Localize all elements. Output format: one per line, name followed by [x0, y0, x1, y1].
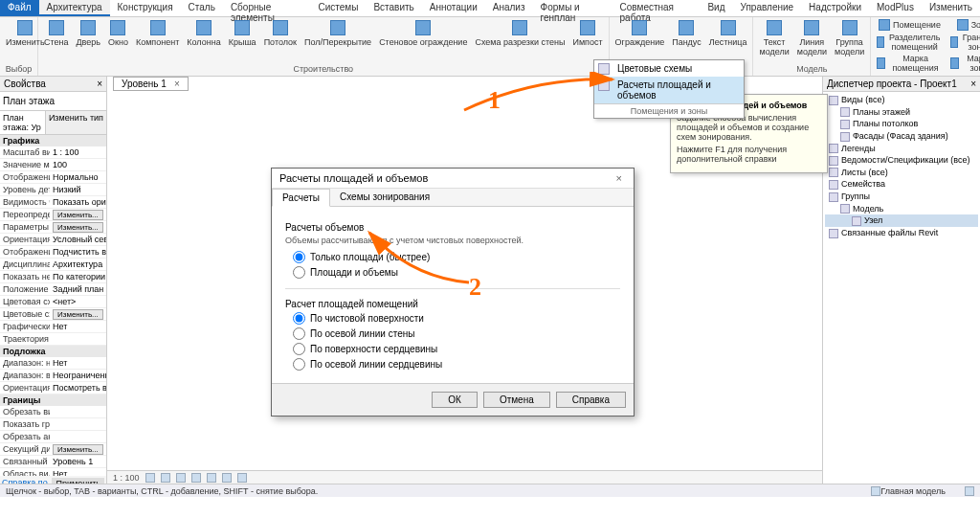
- tab-steel[interactable]: Сталь: [181, 0, 223, 16]
- tree-item[interactable]: Легенды: [825, 143, 978, 155]
- tree-item[interactable]: Виды (все): [825, 94, 978, 106]
- prop-row[interactable]: Секущий диа...Изменить...: [0, 443, 106, 456]
- prop-value[interactable]: Нет: [50, 357, 106, 369]
- tree-item[interactable]: Модель: [825, 203, 978, 215]
- properties-help-link[interactable]: Справка по свойствам: [2, 478, 52, 484]
- prop-row[interactable]: Параметры о...Изменить...: [0, 221, 106, 234]
- close-view-icon[interactable]: ×: [174, 79, 180, 89]
- detail-level-icon[interactable]: [145, 473, 155, 483]
- apply-button[interactable]: Применить: [52, 478, 104, 484]
- tab-modplus[interactable]: ModPlus: [869, 0, 922, 16]
- prop-value[interactable]: 100: [50, 159, 106, 170]
- prop-row[interactable]: Цветовые схе...Изменить...: [0, 308, 106, 321]
- build-btn-0[interactable]: Стена: [40, 18, 73, 49]
- prop-value[interactable]: Уровень 1: [50, 456, 106, 467]
- prop-row[interactable]: Область види...Нет: [0, 468, 106, 476]
- tree-item[interactable]: Фасады (Фасад здания): [825, 130, 978, 143]
- prop-row[interactable]: Обрезать вид: [0, 406, 106, 418]
- prop-value[interactable]: Нет: [50, 321, 106, 332]
- tab-modify[interactable]: Изменить: [922, 0, 980, 16]
- prop-value[interactable]: Нет: [50, 468, 106, 476]
- prop-row[interactable]: ОриентацияУсловный север: [0, 234, 106, 246]
- room-btn-l-2[interactable]: Марка помещения: [873, 53, 946, 74]
- dd-color-schemes[interactable]: Цветовые схемы: [594, 60, 744, 77]
- prop-row[interactable]: ДисциплинаАрхитектура: [0, 259, 106, 271]
- prop-value[interactable]: Неограниченн...: [50, 370, 106, 381]
- build-btn-2[interactable]: Окно: [104, 18, 132, 49]
- build-btn-1[interactable]: Дверь: [73, 18, 104, 49]
- radio-core-face[interactable]: По поверхности сердцевины: [293, 343, 620, 355]
- room-btn-l-0[interactable]: Помещение: [873, 18, 946, 32]
- workset-icon[interactable]: [871, 486, 880, 496]
- file-tab[interactable]: Файл: [0, 0, 39, 16]
- prop-row[interactable]: Траектория с...: [0, 333, 106, 346]
- circ-btn-0[interactable]: Ограждение: [612, 18, 669, 49]
- tree-item[interactable]: Группы: [825, 191, 978, 203]
- prop-value[interactable]: Условный север: [50, 234, 106, 245]
- close-icon[interactable]: ×: [970, 79, 976, 89]
- prop-value[interactable]: 1 : 100: [50, 146, 106, 158]
- prop-value[interactable]: Изменить...: [50, 221, 106, 233]
- prop-row[interactable]: Ориентация ...Посмотреть в...: [0, 382, 106, 394]
- build-btn-10[interactable]: Импост: [568, 18, 606, 49]
- tab-structure[interactable]: Конструкция: [110, 0, 181, 16]
- tree-item[interactable]: Связанные файлы Revit: [825, 227, 978, 239]
- tree-item[interactable]: Планы потолков: [825, 118, 978, 130]
- prop-value[interactable]: <нет>: [50, 296, 106, 307]
- prop-value[interactable]: Показать ориг…: [50, 196, 106, 208]
- prop-row[interactable]: Диапазон: ве...Неограниченн...: [0, 370, 106, 382]
- prop-row[interactable]: Показать нев...По категории: [0, 271, 106, 283]
- build-btn-8[interactable]: Стеновое ограждение: [375, 18, 471, 49]
- prop-value[interactable]: Нормально: [50, 171, 106, 183]
- prop-value[interactable]: Изменить...: [50, 209, 106, 220]
- prop-row[interactable]: Показать гра...: [0, 418, 106, 431]
- prop-value[interactable]: Посмотреть в...: [50, 382, 106, 394]
- prop-row[interactable]: Обрезать анн...: [0, 431, 106, 443]
- room-btn-r-1[interactable]: Граница зон…: [947, 32, 980, 53]
- dlg-tab-calc[interactable]: Расчеты: [272, 189, 330, 207]
- ok-button[interactable]: ОК: [432, 392, 478, 408]
- build-btn-3[interactable]: Компонент: [132, 18, 183, 49]
- model-btn-0[interactable]: Текст модели: [755, 18, 792, 58]
- prop-row[interactable]: Переопредел...Изменить...: [0, 209, 106, 221]
- tab-view[interactable]: Вид: [700, 0, 732, 16]
- radio-areas-volumes[interactable]: Площади и объемы: [293, 266, 620, 279]
- build-btn-9[interactable]: Схема разрезки стены: [471, 18, 568, 49]
- circ-btn-1[interactable]: Пандус: [668, 18, 705, 49]
- build-btn-5[interactable]: Крыша: [225, 18, 260, 49]
- cancel-button[interactable]: Отмена: [483, 392, 550, 408]
- prop-row[interactable]: Уровень дета...Низкий: [0, 184, 106, 196]
- prop-value[interactable]: По категории: [50, 271, 106, 282]
- prop-value[interactable]: Низкий: [50, 184, 106, 195]
- prop-value[interactable]: Задний план: [50, 283, 106, 295]
- build-btn-6[interactable]: Потолок: [260, 18, 301, 49]
- tab-analyze[interactable]: Анализ: [485, 0, 533, 16]
- prop-row[interactable]: Диапазон: ни...Нет: [0, 357, 106, 370]
- prop-row[interactable]: Масштаб вида1 : 100: [0, 146, 106, 159]
- tree-item[interactable]: Планы этажей: [825, 106, 978, 119]
- prop-row[interactable]: Значение ма...100: [0, 159, 106, 171]
- circ-btn-2[interactable]: Лестница: [705, 18, 751, 49]
- tab-systems[interactable]: Системы: [310, 0, 366, 16]
- room-btn-l-1[interactable]: Разделитель помещений: [873, 32, 946, 53]
- prop-value[interactable]: Изменить...: [50, 308, 106, 320]
- build-btn-4[interactable]: Колонна: [183, 18, 224, 49]
- help-button[interactable]: Справка: [556, 392, 626, 408]
- prop-value[interactable]: [50, 431, 106, 442]
- prop-value[interactable]: Подчистить вс...: [50, 246, 106, 258]
- shadows-icon[interactable]: [191, 473, 201, 483]
- type-selector[interactable]: План этажа: [0, 92, 106, 111]
- room-btn-r-2[interactable]: Марка зоны: [947, 53, 980, 74]
- instance-selector[interactable]: План этажа: Ур: [0, 111, 45, 134]
- radio-areas-only[interactable]: Только площади (быстрее): [293, 251, 620, 263]
- build-btn-7[interactable]: Пол/Перекрытие: [301, 18, 375, 49]
- room-btn-r-0[interactable]: Зона: [947, 18, 980, 32]
- dialog-close-button[interactable]: ×: [612, 172, 626, 184]
- tab-precast[interactable]: Сборные элементы: [223, 0, 311, 16]
- tab-insert[interactable]: Вставить: [366, 0, 421, 16]
- tree-item[interactable]: Узел: [825, 214, 978, 227]
- filter-icon[interactable]: [965, 486, 974, 496]
- dlg-tab-schemes[interactable]: Схемы зонирования: [330, 189, 439, 206]
- tree-item[interactable]: Семейства: [825, 178, 978, 191]
- prop-value[interactable]: Архитектура: [50, 259, 106, 270]
